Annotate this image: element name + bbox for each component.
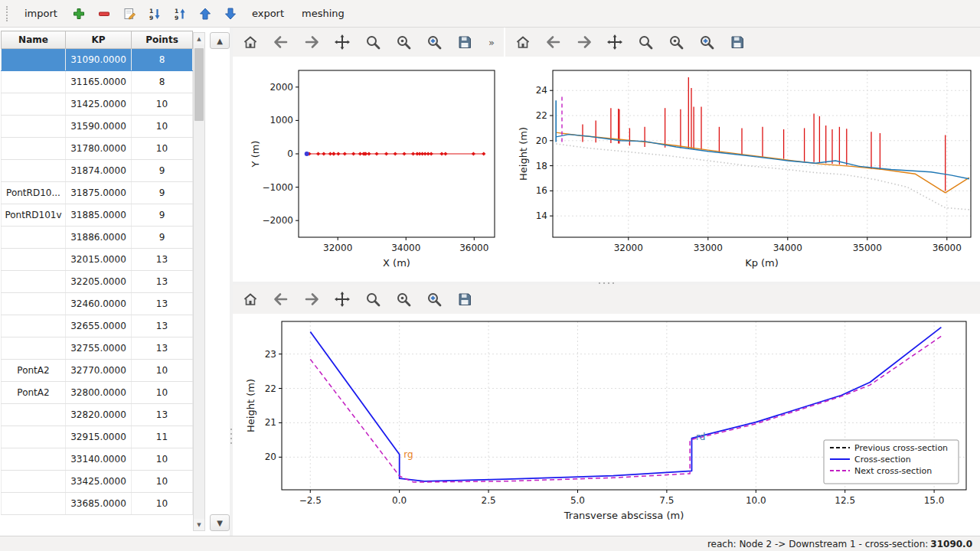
home-button[interactable] [240, 32, 260, 52]
longitudinal-profile-chart[interactable]: 3200033000340003500036000141618202224Kp … [505, 58, 980, 280]
name-cell[interactable]: PontA2 [2, 360, 66, 382]
name-cell[interactable] [2, 93, 66, 116]
points-cell[interactable]: 8 [132, 49, 193, 71]
table-row[interactable]: 33140.000010 [2, 448, 193, 471]
meshing-button[interactable]: meshing [294, 4, 352, 24]
points-cell[interactable]: 9 [132, 204, 193, 227]
forward-button[interactable] [302, 289, 322, 309]
points-cell[interactable]: 10 [132, 471, 193, 493]
sort-ascending-button[interactable]: 19 [168, 3, 191, 24]
table-row[interactable]: PontRD101v31885.00009 [2, 204, 193, 227]
kp-cell[interactable]: 33425.0000 [66, 471, 132, 493]
table-scrollbar[interactable]: ▲ ▼ [193, 32, 205, 531]
name-cell[interactable] [2, 426, 66, 448]
import-button[interactable]: import [17, 4, 65, 24]
table-row[interactable]: 32915.000011 [2, 426, 193, 448]
points-cell[interactable]: 10 [132, 93, 193, 116]
table-row[interactable]: 31780.000010 [2, 138, 193, 160]
name-cell[interactable] [2, 315, 66, 337]
name-cell[interactable]: PontA2 [2, 382, 66, 404]
section-move-down-button[interactable]: ▼ [210, 514, 230, 531]
toolbar-drag-handle[interactable] [6, 6, 10, 21]
back-button[interactable] [271, 32, 291, 52]
kp-cell[interactable]: 31590.0000 [66, 116, 132, 138]
name-cell[interactable] [2, 49, 66, 71]
save-button[interactable] [455, 32, 475, 52]
name-cell[interactable] [2, 293, 66, 315]
remove-section-button[interactable] [93, 3, 116, 24]
pan-button[interactable] [332, 32, 352, 52]
kp-cell[interactable]: 31425.0000 [66, 93, 132, 116]
column-header-points[interactable]: Points [132, 31, 193, 49]
customize-button[interactable] [424, 289, 444, 309]
customize-button[interactable] [697, 32, 717, 52]
subplots-button[interactable] [394, 32, 413, 52]
name-cell[interactable]: PontRD10... [2, 182, 66, 204]
forward-button[interactable] [302, 32, 322, 52]
points-cell[interactable]: 13 [132, 315, 193, 337]
zoom-button[interactable] [363, 289, 383, 309]
name-cell[interactable] [2, 160, 66, 182]
table-row[interactable]: PontA232800.000010 [2, 382, 193, 404]
name-cell[interactable] [2, 337, 66, 360]
points-cell[interactable]: 13 [132, 271, 193, 293]
table-row[interactable]: PontRD10...31875.00009 [2, 182, 193, 204]
name-cell[interactable] [2, 227, 66, 249]
subplots-button[interactable] [666, 32, 686, 52]
edit-section-button[interactable] [118, 3, 141, 24]
table-row[interactable]: 32205.000013 [2, 271, 193, 293]
kp-cell[interactable]: 31885.0000 [66, 204, 132, 227]
points-cell[interactable]: 9 [132, 227, 193, 249]
table-row[interactable]: 31590.000010 [2, 116, 193, 138]
kp-cell[interactable]: 31780.0000 [66, 138, 132, 160]
home-button[interactable] [513, 32, 533, 52]
name-cell[interactable] [2, 138, 66, 160]
kp-cell[interactable]: 32460.0000 [66, 293, 132, 315]
table-row[interactable]: 32820.000013 [2, 404, 193, 426]
export-button[interactable]: export [244, 4, 292, 24]
points-cell[interactable]: 13 [132, 293, 193, 315]
kp-cell[interactable]: 31875.0000 [66, 182, 132, 204]
customize-button[interactable] [424, 32, 444, 52]
sort-descending-button[interactable]: 19 [143, 3, 166, 24]
points-cell[interactable]: 13 [132, 249, 193, 271]
points-cell[interactable]: 10 [132, 448, 193, 471]
column-header-name[interactable]: Name [2, 31, 66, 49]
kp-cell[interactable]: 31886.0000 [66, 227, 132, 249]
back-button[interactable] [271, 289, 291, 309]
name-cell[interactable] [2, 493, 66, 515]
points-cell[interactable]: 10 [132, 382, 193, 404]
kp-cell[interactable]: 32655.0000 [66, 315, 132, 337]
name-cell[interactable] [2, 404, 66, 426]
table-row[interactable]: 31886.00009 [2, 227, 193, 249]
table-row[interactable]: 32655.000013 [2, 315, 193, 337]
toolbar-overflow-button[interactable]: » [488, 37, 496, 48]
save-button[interactable] [455, 289, 475, 309]
scroll-up-button[interactable]: ▲ [194, 33, 204, 44]
kp-cell[interactable]: 32915.0000 [66, 426, 132, 448]
kp-cell[interactable]: 32755.0000 [66, 337, 132, 360]
back-button[interactable] [544, 32, 564, 52]
points-cell[interactable]: 10 [132, 116, 193, 138]
points-cell[interactable]: 8 [132, 71, 193, 93]
section-move-up-button[interactable]: ▲ [210, 32, 230, 49]
kp-cell[interactable]: 32800.0000 [66, 382, 132, 404]
table-row[interactable]: 33425.000010 [2, 471, 193, 493]
table-row[interactable]: 31874.00009 [2, 160, 193, 182]
points-cell[interactable]: 13 [132, 404, 193, 426]
points-cell[interactable]: 13 [132, 337, 193, 360]
move-up-button[interactable] [194, 3, 217, 24]
column-header-kp[interactable]: KP [66, 31, 132, 49]
kp-cell[interactable]: 32015.0000 [66, 249, 132, 271]
table-row[interactable]: 31090.00008 [2, 49, 193, 71]
table-row[interactable]: 33685.000010 [2, 493, 193, 515]
pan-button[interactable] [332, 289, 352, 309]
table-row[interactable]: 32755.000013 [2, 337, 193, 360]
name-cell[interactable] [2, 448, 66, 471]
kp-cell[interactable]: 33140.0000 [66, 448, 132, 471]
table-row[interactable]: 31165.00008 [2, 71, 193, 93]
save-button[interactable] [727, 32, 747, 52]
move-down-button[interactable] [219, 3, 242, 24]
points-cell[interactable]: 10 [132, 493, 193, 515]
subplots-button[interactable] [394, 289, 413, 309]
